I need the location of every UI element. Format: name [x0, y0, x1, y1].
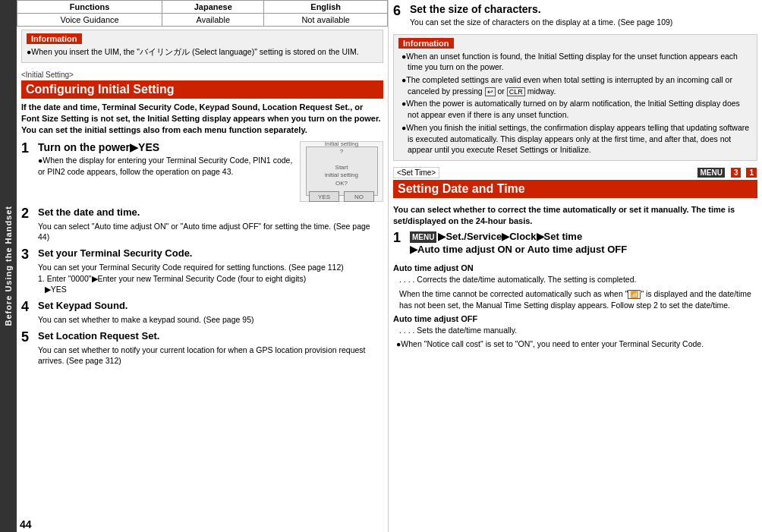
step-5: 5 Set Location Request Set. You can set … — [21, 330, 383, 367]
info-bullet-2: ●When the power is automatically turned … — [398, 98, 752, 120]
num-badge-2: 1 — [746, 168, 757, 178]
step-1-title: Turn on the power▶YES — [38, 141, 295, 153]
menu-badge: MENU — [697, 168, 724, 178]
auto-on-desc-1: . . . . Corrects the date/time automatic… — [399, 274, 757, 285]
right-column: 6 Set the size of characters. You can se… — [389, 0, 762, 532]
step-1-number: 1 — [21, 141, 35, 155]
step-6-number: 6 — [393, 3, 407, 28]
step-6-title: Set the size of characters. — [410, 3, 672, 15]
step-2-desc: You can select "Auto time adjust ON" or … — [38, 221, 383, 243]
right-step-1: 1 MENU▶Set./Service▶Clock▶Set time ▶Auto… — [389, 231, 762, 257]
right-step-1-number: 1 — [393, 231, 407, 244]
step-5-number: 5 — [21, 330, 35, 344]
page-number: 44 — [17, 517, 388, 532]
sidebar-label: Before Using the Handset — [4, 206, 13, 326]
table-row: Voice Guidance Available Not available — [17, 14, 388, 27]
no-button: NO — [344, 191, 374, 202]
step-1: 1 Turn on the power▶YES ●When the displa… — [21, 141, 383, 202]
auto-on-desc-2: When the time cannot be corrected automa… — [399, 288, 757, 311]
sidebar: Before Using the Handset — [0, 0, 17, 532]
info-box-left: Information ●When you insert the UIM, th… — [21, 30, 383, 63]
step-5-desc: You can set whether to notify your curre… — [38, 345, 383, 367]
step-3-desc: You can set your Terminal Security Code … — [38, 262, 383, 295]
step-6-content: Set the size of characters. You can set … — [410, 3, 672, 28]
functions-table: Functions Japanese English Voice Guidanc… — [17, 0, 388, 27]
step-3-title: Set your Terminal Security Code. — [38, 247, 383, 260]
step-4-number: 4 — [21, 300, 35, 313]
set-time-tag: <Set Time> — [393, 167, 439, 178]
step-1-with-img: Turn on the power▶YES ●When the display … — [38, 141, 383, 202]
left-content-area: If the date and time, Terminal Security … — [17, 102, 388, 517]
info-bullet-0: ●When an unset function is found, the In… — [398, 51, 752, 73]
col-header-functions: Functions — [17, 1, 162, 14]
auto-off-desc: . . . . Sets the date/time manually. — [399, 325, 757, 336]
main-content: Functions Japanese English Voice Guidanc… — [17, 0, 762, 532]
step-3: 3 Set your Terminal Security Code. You c… — [21, 247, 383, 295]
info-text-left: ●When you insert the UIM, the "バイリンガル (S… — [27, 46, 378, 58]
cell-function: Voice Guidance — [17, 14, 162, 27]
step-1-content: Turn on the power▶YES ●When the display … — [38, 141, 383, 202]
step-1-text: Turn on the power▶YES ●When the display … — [38, 141, 295, 202]
info-bullet-1: ●The completed settings are valid even w… — [398, 74, 752, 96]
step-6-desc: You can set the size of characters on th… — [410, 17, 672, 28]
step-4-content: Set Keypad Sound. You can set whether to… — [38, 300, 383, 326]
step-2-title: Set the date and time. — [38, 206, 383, 219]
auto-off-title: Auto time adjust OFF — [393, 314, 757, 323]
initial-setting-tag: <Initial Setting> — [17, 69, 388, 80]
step-3-number: 3 — [21, 247, 35, 261]
col-header-japanese: Japanese — [162, 1, 264, 14]
step-3-content: Set your Terminal Security Code. You can… — [38, 247, 383, 295]
info-header-left: Information — [27, 33, 82, 44]
step-5-content: Set Location Request Set. You can set wh… — [38, 330, 383, 367]
info-bullet-3: ●When you finish the initial settings, t… — [398, 122, 752, 156]
section-title-right: Setting Date and Time — [393, 180, 757, 198]
screen-display: Initial setting?Startinitial settingOK? … — [306, 146, 378, 196]
bold-instruction: You can select whether to correct the ti… — [393, 204, 757, 228]
auto-off-bullet: ●When "Notice call cost" is set to "ON",… — [393, 338, 757, 350]
auto-adjust-section: Auto time adjust ON . . . . Corrects the… — [389, 260, 762, 351]
col-header-english: English — [264, 1, 388, 14]
step-4: 4 Set Keypad Sound. You can set whether … — [21, 300, 383, 326]
step-4-desc: You can set whether to make a keypad sou… — [38, 314, 383, 326]
info-header-right: Information — [398, 38, 454, 49]
step-1-desc: ●When the display for entering your Term… — [38, 155, 295, 177]
yes-button: YES — [309, 191, 339, 202]
step-2-number: 2 — [21, 206, 35, 220]
step-5-title: Set Location Request Set. — [38, 330, 383, 343]
step-1-image: Initial setting?Startinitial settingOK? … — [300, 141, 383, 202]
right-step-1-title: MENU▶Set./Service▶Clock▶Set time ▶Auto t… — [410, 231, 757, 257]
menu-icon: MENU — [410, 231, 436, 243]
step-4-title: Set Keypad Sound. — [38, 300, 383, 313]
intro-text: If the date and time, Terminal Security … — [21, 102, 383, 137]
left-column: Functions Japanese English Voice Guidanc… — [17, 0, 389, 532]
info-box-right: Information ●When an unset function is f… — [393, 34, 757, 161]
step-6: 6 Set the size of characters. You can se… — [389, 0, 762, 31]
right-step-1-content: MENU▶Set./Service▶Clock▶Set time ▶Auto t… — [410, 231, 757, 257]
auto-on-title: Auto time adjust ON — [393, 263, 757, 272]
step-2-content: Set the date and time. You can select "A… — [38, 206, 383, 243]
section-title-left: Configuring Initial Setting — [21, 80, 383, 99]
cell-english: Not available — [264, 14, 388, 27]
set-time-tag-row: <Set Time> MENU 3 1 — [389, 165, 762, 180]
num-badge-1: 3 — [731, 168, 742, 178]
step-2: 2 Set the date and time. You can select … — [21, 206, 383, 243]
cell-japanese: Available — [162, 14, 264, 27]
